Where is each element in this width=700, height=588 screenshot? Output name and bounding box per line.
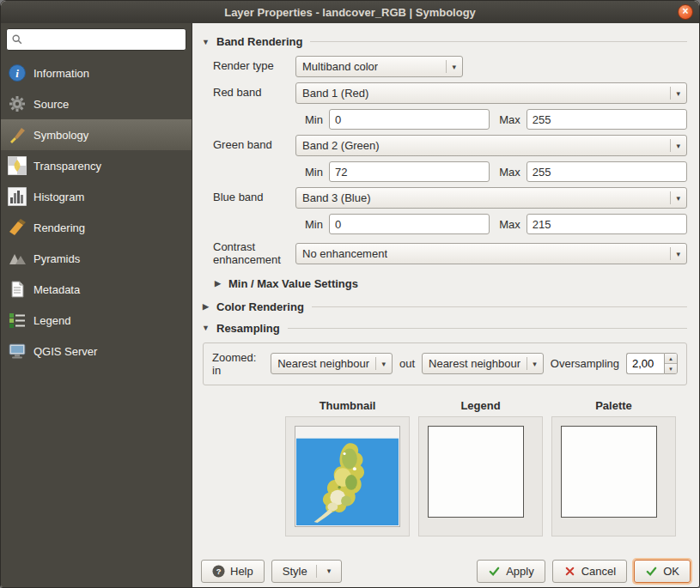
sidebar-item-rendering[interactable]: Rendering <box>1 212 192 243</box>
red-minmax-row: Min Max <box>213 109 687 130</box>
legend-list-icon <box>8 311 27 330</box>
chevron-down-icon: ▾ <box>447 63 456 71</box>
sidebar: i Information Source Symbology Transpare… <box>1 23 192 587</box>
resampling-content: Zoomed: in Nearest neighbour ▾ out Neare… <box>203 342 687 385</box>
search-icon <box>11 33 23 45</box>
svg-text:?: ? <box>216 567 222 575</box>
color-rendering-header[interactable]: ▶ Color Rendering <box>201 300 687 313</box>
header-rule <box>288 328 687 329</box>
zoomed-in-select[interactable]: Nearest neighbour ▾ <box>271 353 393 374</box>
cancel-button[interactable]: Cancel <box>552 560 627 583</box>
blue-band-select[interactable]: Band 3 (Blue) ▾ <box>295 187 687 209</box>
contrast-label: Contrast enhancement <box>213 241 295 267</box>
render-type-label: Render type <box>213 60 295 73</box>
sidebar-item-label: Symbology <box>33 129 88 142</box>
contrast-row: Contrast enhancement No enhancement ▾ <box>213 241 687 267</box>
blue-max-input[interactable] <box>527 214 687 234</box>
blue-band-label: Blue band <box>213 191 295 204</box>
chevron-down-icon: ▾ <box>671 89 680 98</box>
sidebar-item-qgis-server[interactable]: QGIS Server <box>1 336 192 367</box>
collapse-triangle-icon: ▶ <box>201 302 210 311</box>
ok-button[interactable]: OK <box>634 560 691 583</box>
group-title: Color Rendering <box>216 300 304 313</box>
header-rule <box>312 306 687 307</box>
dialog-button-bar: ? Help Style ▾ Apply Cancel <box>192 555 699 587</box>
red-min-input[interactable] <box>329 109 490 130</box>
search-input[interactable] <box>27 33 181 47</box>
green-minmax-row: Min Max <box>213 161 687 182</box>
zoomed-in-label: Zoomed: in <box>212 351 264 377</box>
band-rendering-header[interactable]: ▼ Band Rendering <box>201 35 687 48</box>
min-label: Min <box>305 113 323 126</box>
help-button[interactable]: ? Help <box>201 560 265 583</box>
legend-frame <box>428 426 524 518</box>
sidebar-item-source[interactable]: Source <box>1 88 192 119</box>
close-icon: × <box>682 5 688 17</box>
spin-up-button[interactable]: ▲ <box>665 354 677 363</box>
green-band-select[interactable]: Band 2 (Green) ▾ <box>295 135 687 156</box>
group-title: Min / Max Value Settings <box>228 277 358 290</box>
contrast-select[interactable]: No enhancement ▾ <box>295 243 687 264</box>
gear-icon <box>8 94 27 113</box>
paint-roller-icon <box>8 218 27 237</box>
x-icon <box>563 565 576 578</box>
pyramids-icon <box>8 249 27 268</box>
sidebar-item-pyramids[interactable]: Pyramids <box>1 243 192 274</box>
style-button[interactable]: Style ▾ <box>271 560 342 583</box>
sidebar-item-legend[interactable]: Legend <box>1 305 192 336</box>
sidebar-item-label: Rendering <box>33 221 85 234</box>
check-icon <box>488 565 501 578</box>
sidebar-item-label: QGIS Server <box>33 345 97 358</box>
legend-preview: Legend <box>418 399 543 536</box>
green-band-row: Green band Band 2 (Green) ▾ <box>213 135 687 156</box>
paintbrush-icon <box>8 125 27 144</box>
legend-title: Legend <box>418 399 543 412</box>
max-label: Max <box>499 166 520 179</box>
sidebar-item-label: Metadata <box>33 283 80 296</box>
sidebar-item-histogram[interactable]: Histogram <box>1 181 192 212</box>
max-label: Max <box>499 113 520 126</box>
blue-min-input[interactable] <box>329 214 490 234</box>
sidebar-item-label: Histogram <box>33 191 84 203</box>
zoomed-out-select[interactable]: Nearest neighbour ▾ <box>422 353 544 374</box>
svg-text:i: i <box>15 67 19 80</box>
check-icon <box>645 565 658 578</box>
oversampling-input[interactable] <box>626 353 664 374</box>
histogram-icon <box>8 187 27 206</box>
sidebar-item-transparency[interactable]: Transparency <box>1 150 192 181</box>
group-title: Band Rendering <box>216 35 302 48</box>
thumbnail-image <box>295 426 400 527</box>
chevron-down-icon: ▾ <box>671 250 680 258</box>
sidebar-item-label: Source <box>33 98 69 111</box>
search-box <box>6 28 186 51</box>
sidebar-item-information[interactable]: i Information <box>1 58 192 88</box>
help-icon: ? <box>212 565 225 578</box>
server-monitor-icon <box>8 342 27 361</box>
green-band-label: Green band <box>213 139 295 152</box>
red-max-input[interactable] <box>527 109 687 130</box>
red-band-label: Red band <box>213 87 295 100</box>
window-title: Layer Properties - landcover_RGB | Symbo… <box>224 6 476 19</box>
palette-frame <box>561 426 657 518</box>
render-type-select[interactable]: Multiband color ▾ <box>295 56 463 77</box>
thumbnail-title: Thumbnail <box>285 399 410 412</box>
oversampling-spinner: ▲ ▼ <box>626 353 678 374</box>
thumbnail-map <box>295 427 399 526</box>
max-label: Max <box>499 218 520 231</box>
minmax-settings-header[interactable]: ▶ Min / Max Value Settings <box>213 277 687 290</box>
sidebar-item-symbology[interactable]: Symbology <box>1 119 192 150</box>
red-band-select[interactable]: Band 1 (Red) ▾ <box>295 82 687 104</box>
chevron-down-icon: ▾ <box>671 194 680 203</box>
close-button[interactable]: × <box>678 4 693 20</box>
sidebar-item-label: Transparency <box>33 160 101 173</box>
green-min-input[interactable] <box>329 161 490 182</box>
spin-down-button[interactable]: ▼ <box>665 363 677 373</box>
sidebar-item-metadata[interactable]: Metadata <box>1 274 192 305</box>
layer-properties-window: Layer Properties - landcover_RGB | Symbo… <box>0 0 700 588</box>
resampling-header[interactable]: ▼ Resampling <box>201 322 687 335</box>
render-type-row: Render type Multiband color ▾ <box>213 56 687 77</box>
green-max-input[interactable] <box>527 161 687 182</box>
titlebar[interactable]: Layer Properties - landcover_RGB | Symbo… <box>1 1 699 23</box>
group-title: Resampling <box>216 322 280 335</box>
apply-button[interactable]: Apply <box>477 560 545 583</box>
